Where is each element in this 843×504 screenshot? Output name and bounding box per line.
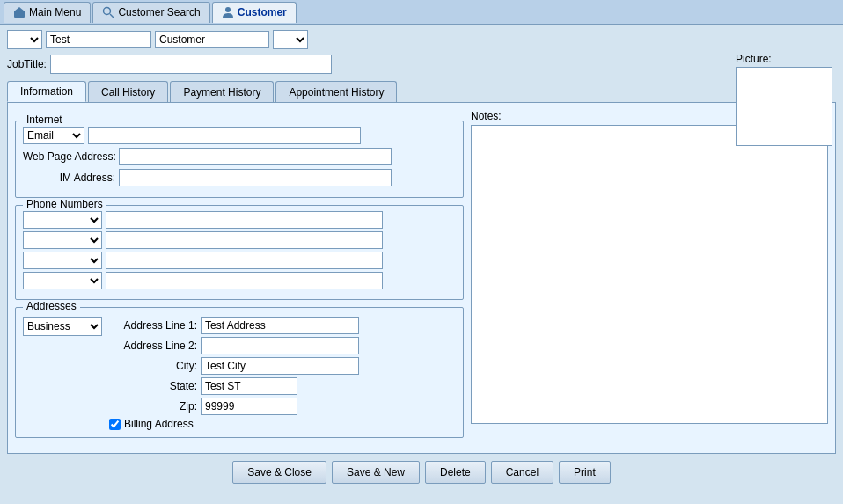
home-icon [13,6,26,18]
phone-section: Phone Numbers [15,205,464,300]
tab-information[interactable]: Information [7,81,86,102]
tab-main-menu[interactable]: Main Menu [4,2,91,23]
address-state-label: State: [109,380,197,392]
jobtitle-input[interactable] [50,55,332,74]
jobtitle-label: JobTitle: [7,58,47,70]
webpage-label: Web Page Address: [23,150,115,163]
billing-label: Billing Address [124,418,194,430]
picture-box [736,67,832,146]
person-icon [222,6,234,18]
email-row: Email Email 2 Email 3 [23,127,456,144]
address-zip-input[interactable] [201,398,297,415]
tab-left: Internet Email Email 2 Email 3 Web Page … [15,110,464,445]
tab-panel: Internet Email Email 2 Email 3 Web Page … [7,102,836,454]
title-bar: Main Menu Customer Search Customer [0,0,843,25]
address-city-input[interactable] [201,357,359,375]
svg-line-3 [110,14,114,18]
prefix-select[interactable]: Mr. Mrs. Ms. Dr. [7,30,42,49]
address-state-row: State: [109,377,456,395]
address-city-label: City: [109,360,197,372]
notes-section: Notes: [471,110,828,427]
suffix-select[interactable]: Jr. Sr. III [273,30,308,49]
phone-section-title: Phone Numbers [23,198,106,210]
phone-type-1[interactable] [23,211,102,229]
im-input[interactable] [119,169,392,186]
last-name-input[interactable]: Customer [155,31,269,48]
tab-payment-history[interactable]: Payment History [170,81,274,102]
customer-header: Mr. Mrs. Ms. Dr. Test Customer Jr. Sr. I… [7,30,836,49]
phone-number-3[interactable] [106,252,383,269]
picture-label: Picture: [736,53,832,65]
address-zip-label: Zip: [109,400,197,413]
svg-marker-1 [14,7,25,11]
phone-type-2[interactable] [23,231,102,249]
email-input[interactable] [88,127,361,144]
print-button[interactable]: Print [559,461,611,484]
address-line1-label: Address Line 1: [109,319,197,332]
phone-number-4[interactable] [106,272,383,289]
jobtitle-row: JobTitle: [7,55,836,74]
picture-area: Picture: [736,53,832,146]
phone-number-1[interactable] [106,211,383,229]
search-icon [102,6,114,18]
billing-row: Billing Address [109,418,456,430]
tab-call-history[interactable]: Call History [88,81,168,102]
tab-customer[interactable]: Customer [212,2,297,23]
button-bar: Save & Close Save & New Delete Cancel Pr… [7,454,836,489]
phone-row-2 [23,231,456,249]
address-state-input[interactable] [201,377,297,395]
address-type-select[interactable]: Business Home Other [23,317,102,336]
email-type-select[interactable]: Email Email 2 Email 3 [23,127,84,144]
im-row: IM Address: [23,169,456,186]
sub-tabs: Information Call History Payment History… [7,81,836,102]
address-zip-row: Zip: [109,398,456,415]
address-section-title: Addresses [23,300,80,312]
tab-appointment-history[interactable]: Appointment History [275,81,397,102]
cancel-button[interactable]: Cancel [491,461,553,484]
address-line2-label: Address Line 2: [109,340,197,352]
svg-point-4 [225,7,231,12]
internet-section: Internet Email Email 2 Email 3 Web Page … [15,121,464,198]
tab-inner: Internet Email Email 2 Email 3 Web Page … [15,110,828,445]
address-form: Address Line 1: Address Line 2: City: [109,317,456,430]
tab-customer-search[interactable]: Customer Search [92,2,209,23]
phone-type-4[interactable] [23,272,102,289]
webpage-row: Web Page Address: [23,148,456,165]
phone-type-3[interactable] [23,252,102,269]
phone-row-4 [23,272,456,289]
save-close-button[interactable]: Save & Close [232,461,326,484]
delete-button[interactable]: Delete [425,461,486,484]
address-section: Addresses Business Home Other Address Li… [15,307,464,438]
internet-section-title: Internet [23,113,66,126]
billing-checkbox[interactable] [109,419,121,430]
first-name-input[interactable]: Test [46,31,151,48]
phone-number-2[interactable] [106,231,383,249]
svg-rect-0 [14,11,25,18]
webpage-input[interactable] [119,148,392,165]
svg-point-2 [104,8,111,15]
address-line2-input[interactable] [201,337,359,354]
im-label: IM Address: [23,172,115,184]
tab-right: Notes: [471,110,828,445]
address-line1-row: Address Line 1: [109,317,456,334]
address-city-row: City: [109,357,456,375]
phone-row-1 [23,211,456,229]
phone-row-3 [23,252,456,269]
save-new-button[interactable]: Save & New [332,461,420,484]
address-line2-row: Address Line 2: [109,337,456,354]
address-line1-input[interactable] [201,317,359,334]
notes-textarea[interactable] [471,125,828,424]
